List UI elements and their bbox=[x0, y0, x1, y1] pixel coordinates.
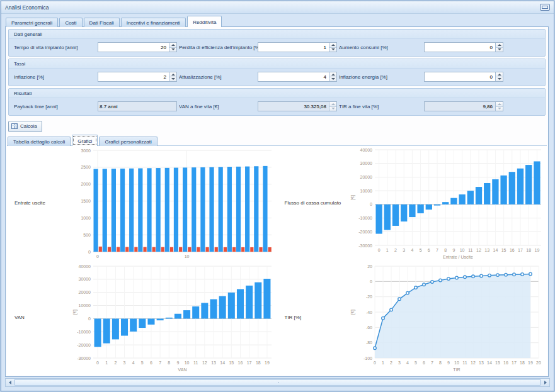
svg-text:0: 0 bbox=[370, 279, 372, 284]
spinner-down-icon[interactable] bbox=[169, 47, 176, 52]
svg-text:15: 15 bbox=[495, 361, 500, 365]
svg-text:-30000: -30000 bbox=[358, 243, 372, 247]
svg-text:7: 7 bbox=[431, 361, 433, 365]
svg-text:11: 11 bbox=[462, 361, 467, 365]
svg-text:-100: -100 bbox=[363, 356, 372, 360]
svg-text:3: 3 bbox=[403, 248, 405, 252]
svg-text:2: 2 bbox=[390, 361, 392, 365]
calcola-label: Calcola bbox=[20, 123, 37, 129]
tab-dati-fiscali[interactable]: Dati Fiscali bbox=[84, 18, 120, 27]
svg-text:[€]: [€] bbox=[350, 310, 355, 315]
tir-fine-vita-field[interactable]: 9,86 bbox=[424, 101, 503, 111]
svg-text:14: 14 bbox=[220, 361, 225, 365]
svg-text:1: 1 bbox=[382, 361, 384, 365]
inflazione-energia-input[interactable]: 0 bbox=[424, 72, 503, 82]
van-fine-vita-field[interactable]: 30.325,08 bbox=[258, 101, 337, 111]
field-label: Attualizzazione [%] bbox=[179, 74, 258, 80]
svg-text:20000: 20000 bbox=[360, 175, 372, 179]
tab-grafici[interactable]: Grafici bbox=[72, 135, 98, 146]
spinner-down-icon[interactable] bbox=[496, 47, 503, 52]
tempo-vita-impianto-input[interactable]: 20 bbox=[98, 42, 177, 52]
svg-text:5: 5 bbox=[415, 361, 417, 365]
field-label: Perdita di efficienza dell'impianto [%] bbox=[179, 45, 258, 50]
svg-text:0: 0 bbox=[96, 254, 99, 259]
svg-text:-30000: -30000 bbox=[77, 356, 91, 360]
tab-grafici-personalizzati[interactable]: Grafici personalizzati bbox=[99, 137, 157, 146]
svg-text:17: 17 bbox=[518, 248, 523, 252]
perdita-efficienza-input[interactable]: 1 bbox=[258, 42, 337, 52]
svg-text:13: 13 bbox=[479, 361, 484, 365]
svg-text:11: 11 bbox=[193, 361, 198, 365]
svg-text:8: 8 bbox=[439, 361, 442, 365]
svg-text:19: 19 bbox=[265, 361, 270, 365]
spinner[interactable] bbox=[495, 43, 503, 52]
spinner-down-icon bbox=[329, 106, 336, 111]
spinner[interactable] bbox=[329, 43, 336, 52]
tab-redditivita[interactable]: Redditività bbox=[187, 16, 222, 27]
spinner[interactable] bbox=[495, 72, 503, 81]
svg-text:-20: -20 bbox=[365, 294, 372, 299]
spinner-down-icon[interactable] bbox=[329, 77, 336, 82]
spinner-down-icon[interactable] bbox=[169, 77, 176, 82]
svg-text:12: 12 bbox=[202, 361, 207, 365]
svg-text:30000: 30000 bbox=[79, 277, 91, 281]
svg-text:1: 1 bbox=[105, 361, 108, 365]
svg-text:18: 18 bbox=[526, 248, 531, 252]
van-chart: -30000-20000-100000100002000030000400000… bbox=[71, 261, 277, 374]
group-risultati: Risultati Payback time [anni] 8.7 anni V… bbox=[8, 88, 546, 116]
spinner-disabled bbox=[495, 102, 503, 111]
svg-text:10: 10 bbox=[459, 248, 464, 252]
spinner-down-icon[interactable] bbox=[496, 77, 503, 82]
tab-parametri-generali[interactable]: Parametri generali bbox=[6, 18, 58, 27]
horizontal-scrollbar[interactable] bbox=[5, 378, 550, 387]
svg-text:16: 16 bbox=[503, 361, 508, 365]
svg-text:0: 0 bbox=[370, 202, 372, 206]
svg-text:14: 14 bbox=[487, 361, 492, 365]
scrollbar-thumb[interactable] bbox=[14, 379, 541, 386]
field-label: TIR a fine vita [%] bbox=[339, 104, 424, 109]
dock-window-icon[interactable] bbox=[540, 4, 550, 11]
attualizzazione-input[interactable]: 4 bbox=[258, 72, 337, 82]
svg-text:5: 5 bbox=[141, 361, 144, 365]
svg-text:2: 2 bbox=[394, 248, 397, 252]
chart-title: VAN bbox=[7, 315, 71, 320]
svg-text:17: 17 bbox=[512, 361, 517, 365]
tab-incentivi-finanziamenti[interactable]: Incentivi e finanziamenti bbox=[121, 18, 186, 27]
spinner[interactable] bbox=[169, 43, 176, 52]
tab-costi[interactable]: Costi bbox=[59, 18, 82, 27]
spinner[interactable] bbox=[329, 72, 336, 81]
spinner[interactable] bbox=[169, 72, 176, 81]
svg-text:3000: 3000 bbox=[81, 148, 91, 152]
svg-text:6: 6 bbox=[423, 361, 425, 365]
tab-tabella-dettaglio-calcoli[interactable]: Tabella dettaglio calcoli bbox=[8, 137, 71, 146]
scroll-right-icon[interactable] bbox=[541, 379, 549, 386]
svg-text:TIR: TIR bbox=[453, 367, 460, 372]
svg-text:5: 5 bbox=[419, 248, 421, 252]
svg-text:0: 0 bbox=[374, 361, 376, 365]
payback-time-field[interactable]: 8.7 anni bbox=[98, 101, 177, 111]
svg-text:12: 12 bbox=[471, 361, 476, 365]
scroll-left-icon[interactable] bbox=[6, 379, 14, 386]
group-dati-generali: Dati generali Tempo di vita impianto [an… bbox=[8, 29, 546, 57]
svg-text:-10000: -10000 bbox=[77, 330, 91, 334]
inflazione-input[interactable]: 2 bbox=[98, 72, 177, 82]
field-label: Tempo di vita impianto [anni] bbox=[14, 45, 98, 50]
svg-text:0: 0 bbox=[96, 361, 99, 365]
calcola-button[interactable]: Calcola bbox=[8, 121, 42, 132]
svg-text:6: 6 bbox=[150, 361, 152, 365]
svg-text:-20000: -20000 bbox=[358, 229, 372, 233]
svg-text:-40: -40 bbox=[365, 310, 372, 314]
svg-text:17: 17 bbox=[247, 361, 252, 365]
redditivita-panel: Dati generali Tempo di vita impianto [an… bbox=[5, 26, 549, 377]
analisi-economica-window: Analisi Economica Parametri generali Cos… bbox=[1, 1, 554, 391]
scrollbar-track[interactable] bbox=[14, 379, 541, 386]
main-tab-strip: Parametri generali Costi Dati Fiscali In… bbox=[6, 16, 223, 27]
title-bar: Analisi Economica bbox=[1, 1, 554, 14]
aumento-consumi-input[interactable]: 0 bbox=[424, 42, 503, 52]
svg-text:8: 8 bbox=[444, 248, 447, 252]
spinner-down-icon[interactable] bbox=[329, 47, 336, 52]
svg-text:19: 19 bbox=[534, 248, 539, 252]
svg-text:2500: 2500 bbox=[81, 165, 91, 169]
svg-text:10: 10 bbox=[185, 254, 190, 259]
svg-text:Entrate / Uscite: Entrate / Uscite bbox=[443, 255, 473, 259]
